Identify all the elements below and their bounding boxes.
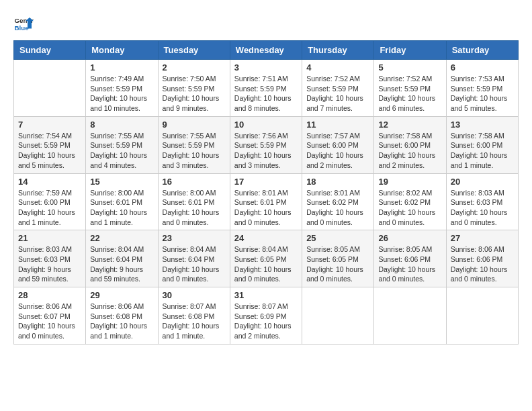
day-info: Sunrise: 7:49 AM Sunset: 5:59 PM Dayligh… — [90, 74, 153, 113]
calendar-cell: 12Sunrise: 7:58 AM Sunset: 6:00 PM Dayli… — [374, 116, 446, 173]
day-info: Sunrise: 8:00 AM Sunset: 6:01 PM Dayligh… — [163, 188, 226, 228]
calendar-cell: 2Sunrise: 7:50 AM Sunset: 5:59 PM Daylig… — [158, 60, 230, 117]
day-number: 16 — [163, 177, 226, 187]
column-header-thursday: Thursday — [302, 41, 374, 60]
calendar-cell: 27Sunrise: 8:06 AM Sunset: 6:06 PM Dayli… — [446, 230, 518, 287]
day-number: 15 — [90, 177, 153, 187]
day-info: Sunrise: 8:03 AM Sunset: 6:03 PM Dayligh… — [451, 188, 514, 228]
day-number: 5 — [378, 62, 441, 73]
column-header-wednesday: Wednesday — [230, 41, 302, 60]
calendar-cell: 4Sunrise: 7:52 AM Sunset: 5:59 PM Daylig… — [302, 60, 374, 117]
day-number: 3 — [234, 62, 298, 73]
day-info: Sunrise: 8:05 AM Sunset: 6:05 PM Dayligh… — [306, 244, 369, 284]
day-info: Sunrise: 8:06 AM Sunset: 6:08 PM Dayligh… — [90, 302, 153, 341]
day-number: 9 — [163, 120, 226, 130]
day-info: Sunrise: 7:58 AM Sunset: 6:00 PM Dayligh… — [451, 131, 514, 171]
column-header-tuesday: Tuesday — [158, 41, 230, 60]
calendar-cell: 18Sunrise: 8:01 AM Sunset: 6:02 PM Dayli… — [302, 173, 374, 230]
calendar-cell: 11Sunrise: 7:57 AM Sunset: 6:00 PM Dayli… — [302, 116, 374, 173]
calendar-cell: 24Sunrise: 8:04 AM Sunset: 6:05 PM Dayli… — [230, 230, 302, 287]
column-header-sunday: Sunday — [14, 41, 86, 60]
calendar-cell: 9Sunrise: 7:55 AM Sunset: 5:59 PM Daylig… — [158, 116, 230, 173]
day-info: Sunrise: 7:58 AM Sunset: 6:00 PM Dayligh… — [378, 131, 441, 171]
day-number: 27 — [451, 233, 514, 243]
day-number: 19 — [378, 177, 441, 187]
day-number: 23 — [163, 233, 226, 243]
logo-icon: General Blue — [13, 13, 34, 34]
day-info: Sunrise: 8:02 AM Sunset: 6:02 PM Dayligh… — [378, 188, 441, 228]
day-info: Sunrise: 8:01 AM Sunset: 6:01 PM Dayligh… — [234, 188, 298, 228]
calendar-cell: 22Sunrise: 8:04 AM Sunset: 6:04 PM Dayli… — [86, 230, 158, 287]
day-number: 12 — [378, 120, 441, 130]
day-number: 1 — [90, 62, 153, 73]
calendar-cell: 15Sunrise: 8:00 AM Sunset: 6:01 PM Dayli… — [86, 173, 158, 230]
calendar-cell: 23Sunrise: 8:04 AM Sunset: 6:04 PM Dayli… — [158, 230, 230, 287]
day-info: Sunrise: 8:06 AM Sunset: 6:07 PM Dayligh… — [18, 302, 81, 341]
calendar-cell: 3Sunrise: 7:51 AM Sunset: 5:59 PM Daylig… — [230, 60, 302, 117]
day-number: 20 — [451, 177, 514, 187]
day-info: Sunrise: 8:00 AM Sunset: 6:01 PM Dayligh… — [90, 188, 153, 228]
calendar-cell: 20Sunrise: 8:03 AM Sunset: 6:03 PM Dayli… — [446, 173, 518, 230]
day-number: 13 — [451, 120, 514, 130]
calendar-cell — [446, 287, 518, 345]
day-info: Sunrise: 7:52 AM Sunset: 5:59 PM Dayligh… — [378, 74, 441, 113]
day-info: Sunrise: 7:56 AM Sunset: 5:59 PM Dayligh… — [234, 131, 298, 171]
day-info: Sunrise: 7:55 AM Sunset: 5:59 PM Dayligh… — [90, 131, 153, 171]
day-info: Sunrise: 7:55 AM Sunset: 5:59 PM Dayligh… — [163, 131, 226, 171]
day-number: 26 — [378, 233, 441, 243]
day-number: 24 — [234, 233, 298, 243]
column-header-saturday: Saturday — [446, 41, 518, 60]
calendar-cell: 30Sunrise: 8:07 AM Sunset: 6:08 PM Dayli… — [158, 287, 230, 345]
day-number: 14 — [18, 177, 81, 187]
day-info: Sunrise: 7:54 AM Sunset: 5:59 PM Dayligh… — [18, 131, 81, 171]
day-number: 7 — [18, 120, 81, 130]
day-info: Sunrise: 7:59 AM Sunset: 6:00 PM Dayligh… — [18, 188, 81, 228]
day-info: Sunrise: 7:50 AM Sunset: 5:59 PM Dayligh… — [163, 74, 226, 113]
calendar-cell: 7Sunrise: 7:54 AM Sunset: 5:59 PM Daylig… — [14, 116, 86, 173]
calendar-cell: 16Sunrise: 8:00 AM Sunset: 6:01 PM Dayli… — [158, 173, 230, 230]
day-number: 17 — [234, 177, 298, 187]
calendar-cell: 1Sunrise: 7:49 AM Sunset: 5:59 PM Daylig… — [86, 60, 158, 117]
column-header-friday: Friday — [374, 41, 446, 60]
calendar-cell — [302, 287, 374, 345]
day-info: Sunrise: 8:04 AM Sunset: 6:05 PM Dayligh… — [234, 244, 298, 284]
day-number: 21 — [18, 233, 81, 243]
day-info: Sunrise: 7:53 AM Sunset: 5:59 PM Dayligh… — [451, 74, 514, 113]
calendar-cell: 8Sunrise: 7:55 AM Sunset: 5:59 PM Daylig… — [86, 116, 158, 173]
calendar-cell: 13Sunrise: 7:58 AM Sunset: 6:00 PM Dayli… — [446, 116, 518, 173]
calendar-cell: 31Sunrise: 8:07 AM Sunset: 6:09 PM Dayli… — [230, 287, 302, 345]
calendar-cell: 10Sunrise: 7:56 AM Sunset: 5:59 PM Dayli… — [230, 116, 302, 173]
page-header: General Blue — [13, 13, 519, 34]
calendar-cell: 17Sunrise: 8:01 AM Sunset: 6:01 PM Dayli… — [230, 173, 302, 230]
day-number: 6 — [451, 62, 514, 73]
day-number: 8 — [90, 120, 153, 130]
calendar-table: SundayMondayTuesdayWednesdayThursdayFrid… — [13, 40, 519, 345]
day-number: 11 — [306, 120, 369, 130]
column-header-monday: Monday — [86, 41, 158, 60]
day-number: 31 — [234, 290, 298, 300]
svg-text:Blue: Blue — [15, 24, 30, 32]
day-info: Sunrise: 7:57 AM Sunset: 6:00 PM Dayligh… — [306, 131, 369, 171]
day-info: Sunrise: 8:05 AM Sunset: 6:06 PM Dayligh… — [378, 244, 441, 284]
calendar-cell: 25Sunrise: 8:05 AM Sunset: 6:05 PM Dayli… — [302, 230, 374, 287]
day-info: Sunrise: 7:52 AM Sunset: 5:59 PM Dayligh… — [306, 74, 369, 113]
calendar-cell: 26Sunrise: 8:05 AM Sunset: 6:06 PM Dayli… — [374, 230, 446, 287]
calendar-cell: 28Sunrise: 8:06 AM Sunset: 6:07 PM Dayli… — [14, 287, 86, 345]
day-number: 30 — [163, 290, 226, 300]
day-number: 22 — [90, 233, 153, 243]
day-info: Sunrise: 8:04 AM Sunset: 6:04 PM Dayligh… — [163, 244, 226, 284]
day-number: 29 — [90, 290, 153, 300]
day-info: Sunrise: 8:07 AM Sunset: 6:08 PM Dayligh… — [163, 302, 226, 341]
day-info: Sunrise: 8:03 AM Sunset: 6:03 PM Dayligh… — [18, 244, 81, 284]
calendar-cell: 6Sunrise: 7:53 AM Sunset: 5:59 PM Daylig… — [446, 60, 518, 117]
day-info: Sunrise: 8:06 AM Sunset: 6:06 PM Dayligh… — [451, 244, 514, 284]
day-number: 2 — [163, 62, 226, 73]
calendar-cell: 5Sunrise: 7:52 AM Sunset: 5:59 PM Daylig… — [374, 60, 446, 117]
day-number: 10 — [234, 120, 298, 130]
calendar-cell: 29Sunrise: 8:06 AM Sunset: 6:08 PM Dayli… — [86, 287, 158, 345]
day-info: Sunrise: 8:07 AM Sunset: 6:09 PM Dayligh… — [234, 302, 298, 341]
calendar-cell: 14Sunrise: 7:59 AM Sunset: 6:00 PM Dayli… — [14, 173, 86, 230]
day-number: 18 — [306, 177, 369, 187]
logo: General Blue — [13, 13, 34, 34]
calendar-cell: 19Sunrise: 8:02 AM Sunset: 6:02 PM Dayli… — [374, 173, 446, 230]
